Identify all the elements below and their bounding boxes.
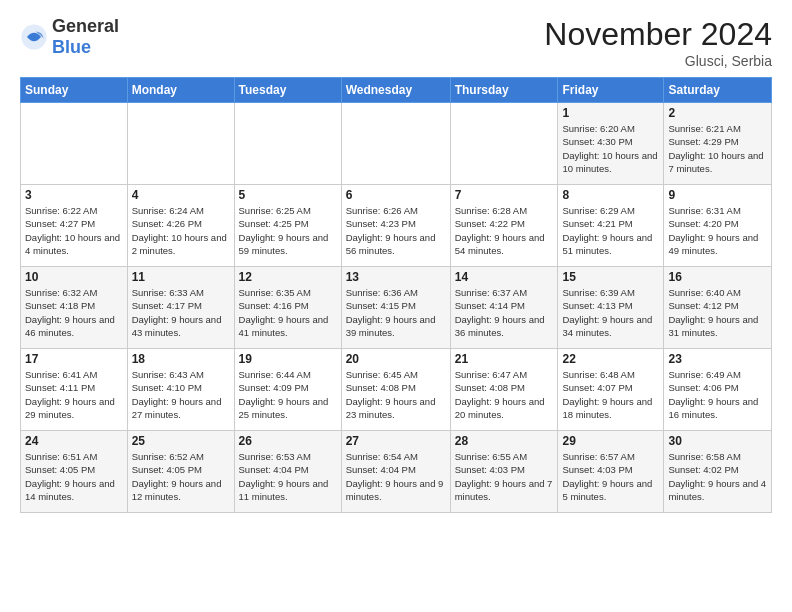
day-number: 19: [239, 352, 337, 366]
day-info: Sunrise: 6:41 AM Sunset: 4:11 PM Dayligh…: [25, 368, 123, 421]
day-info: Sunrise: 6:20 AM Sunset: 4:30 PM Dayligh…: [562, 122, 659, 175]
day-number: 9: [668, 188, 767, 202]
day-number: 28: [455, 434, 554, 448]
col-header-thursday: Thursday: [450, 78, 558, 103]
day-number: 11: [132, 270, 230, 284]
logo-icon: [20, 23, 48, 51]
day-info: Sunrise: 6:32 AM Sunset: 4:18 PM Dayligh…: [25, 286, 123, 339]
day-info: Sunrise: 6:35 AM Sunset: 4:16 PM Dayligh…: [239, 286, 337, 339]
calendar-cell: 3Sunrise: 6:22 AM Sunset: 4:27 PM Daylig…: [21, 185, 128, 267]
day-number: 23: [668, 352, 767, 366]
day-info: Sunrise: 6:28 AM Sunset: 4:22 PM Dayligh…: [455, 204, 554, 257]
calendar-cell: 17Sunrise: 6:41 AM Sunset: 4:11 PM Dayli…: [21, 349, 128, 431]
day-info: Sunrise: 6:44 AM Sunset: 4:09 PM Dayligh…: [239, 368, 337, 421]
day-number: 17: [25, 352, 123, 366]
calendar-cell: 22Sunrise: 6:48 AM Sunset: 4:07 PM Dayli…: [558, 349, 664, 431]
calendar-cell: 26Sunrise: 6:53 AM Sunset: 4:04 PM Dayli…: [234, 431, 341, 513]
calendar-cell: [21, 103, 128, 185]
calendar-week-3: 17Sunrise: 6:41 AM Sunset: 4:11 PM Dayli…: [21, 349, 772, 431]
day-info: Sunrise: 6:25 AM Sunset: 4:25 PM Dayligh…: [239, 204, 337, 257]
day-info: Sunrise: 6:37 AM Sunset: 4:14 PM Dayligh…: [455, 286, 554, 339]
col-header-tuesday: Tuesday: [234, 78, 341, 103]
day-info: Sunrise: 6:43 AM Sunset: 4:10 PM Dayligh…: [132, 368, 230, 421]
calendar-week-4: 24Sunrise: 6:51 AM Sunset: 4:05 PM Dayli…: [21, 431, 772, 513]
day-info: Sunrise: 6:31 AM Sunset: 4:20 PM Dayligh…: [668, 204, 767, 257]
day-number: 26: [239, 434, 337, 448]
day-info: Sunrise: 6:55 AM Sunset: 4:03 PM Dayligh…: [455, 450, 554, 503]
col-header-saturday: Saturday: [664, 78, 772, 103]
calendar-cell: 30Sunrise: 6:58 AM Sunset: 4:02 PM Dayli…: [664, 431, 772, 513]
calendar-cell: 4Sunrise: 6:24 AM Sunset: 4:26 PM Daylig…: [127, 185, 234, 267]
col-header-sunday: Sunday: [21, 78, 128, 103]
day-info: Sunrise: 6:29 AM Sunset: 4:21 PM Dayligh…: [562, 204, 659, 257]
calendar-cell: 23Sunrise: 6:49 AM Sunset: 4:06 PM Dayli…: [664, 349, 772, 431]
day-number: 4: [132, 188, 230, 202]
day-info: Sunrise: 6:22 AM Sunset: 4:27 PM Dayligh…: [25, 204, 123, 257]
logo-blue: Blue: [52, 37, 91, 57]
day-info: Sunrise: 6:48 AM Sunset: 4:07 PM Dayligh…: [562, 368, 659, 421]
calendar-cell: 20Sunrise: 6:45 AM Sunset: 4:08 PM Dayli…: [341, 349, 450, 431]
day-number: 22: [562, 352, 659, 366]
calendar-week-2: 10Sunrise: 6:32 AM Sunset: 4:18 PM Dayli…: [21, 267, 772, 349]
day-info: Sunrise: 6:52 AM Sunset: 4:05 PM Dayligh…: [132, 450, 230, 503]
calendar-cell: [234, 103, 341, 185]
col-header-friday: Friday: [558, 78, 664, 103]
calendar-cell: 25Sunrise: 6:52 AM Sunset: 4:05 PM Dayli…: [127, 431, 234, 513]
day-number: 27: [346, 434, 446, 448]
day-info: Sunrise: 6:57 AM Sunset: 4:03 PM Dayligh…: [562, 450, 659, 503]
calendar-cell: 28Sunrise: 6:55 AM Sunset: 4:03 PM Dayli…: [450, 431, 558, 513]
calendar-cell: 8Sunrise: 6:29 AM Sunset: 4:21 PM Daylig…: [558, 185, 664, 267]
day-info: Sunrise: 6:47 AM Sunset: 4:08 PM Dayligh…: [455, 368, 554, 421]
calendar: SundayMondayTuesdayWednesdayThursdayFrid…: [20, 77, 772, 513]
day-number: 24: [25, 434, 123, 448]
calendar-cell: 18Sunrise: 6:43 AM Sunset: 4:10 PM Dayli…: [127, 349, 234, 431]
calendar-week-0: 1Sunrise: 6:20 AM Sunset: 4:30 PM Daylig…: [21, 103, 772, 185]
day-number: 25: [132, 434, 230, 448]
day-number: 6: [346, 188, 446, 202]
calendar-cell: [127, 103, 234, 185]
calendar-cell: 7Sunrise: 6:28 AM Sunset: 4:22 PM Daylig…: [450, 185, 558, 267]
day-number: 7: [455, 188, 554, 202]
day-info: Sunrise: 6:58 AM Sunset: 4:02 PM Dayligh…: [668, 450, 767, 503]
day-number: 20: [346, 352, 446, 366]
calendar-cell: 10Sunrise: 6:32 AM Sunset: 4:18 PM Dayli…: [21, 267, 128, 349]
calendar-cell: 15Sunrise: 6:39 AM Sunset: 4:13 PM Dayli…: [558, 267, 664, 349]
col-header-monday: Monday: [127, 78, 234, 103]
page: General Blue November 2024 Glusci, Serbi…: [0, 0, 792, 612]
day-info: Sunrise: 6:33 AM Sunset: 4:17 PM Dayligh…: [132, 286, 230, 339]
day-info: Sunrise: 6:49 AM Sunset: 4:06 PM Dayligh…: [668, 368, 767, 421]
calendar-cell: 14Sunrise: 6:37 AM Sunset: 4:14 PM Dayli…: [450, 267, 558, 349]
day-number: 30: [668, 434, 767, 448]
day-info: Sunrise: 6:21 AM Sunset: 4:29 PM Dayligh…: [668, 122, 767, 175]
calendar-cell: [341, 103, 450, 185]
col-header-wednesday: Wednesday: [341, 78, 450, 103]
day-number: 2: [668, 106, 767, 120]
calendar-cell: 27Sunrise: 6:54 AM Sunset: 4:04 PM Dayli…: [341, 431, 450, 513]
calendar-cell: 5Sunrise: 6:25 AM Sunset: 4:25 PM Daylig…: [234, 185, 341, 267]
title-block: November 2024 Glusci, Serbia: [544, 16, 772, 69]
calendar-cell: 29Sunrise: 6:57 AM Sunset: 4:03 PM Dayli…: [558, 431, 664, 513]
calendar-cell: 16Sunrise: 6:40 AM Sunset: 4:12 PM Dayli…: [664, 267, 772, 349]
day-number: 8: [562, 188, 659, 202]
calendar-header-row: SundayMondayTuesdayWednesdayThursdayFrid…: [21, 78, 772, 103]
calendar-cell: [450, 103, 558, 185]
calendar-cell: 13Sunrise: 6:36 AM Sunset: 4:15 PM Dayli…: [341, 267, 450, 349]
calendar-cell: 21Sunrise: 6:47 AM Sunset: 4:08 PM Dayli…: [450, 349, 558, 431]
day-number: 5: [239, 188, 337, 202]
logo: General Blue: [20, 16, 119, 58]
day-info: Sunrise: 6:24 AM Sunset: 4:26 PM Dayligh…: [132, 204, 230, 257]
logo-general: General: [52, 16, 119, 36]
day-number: 29: [562, 434, 659, 448]
day-number: 14: [455, 270, 554, 284]
day-number: 18: [132, 352, 230, 366]
day-number: 21: [455, 352, 554, 366]
calendar-cell: 1Sunrise: 6:20 AM Sunset: 4:30 PM Daylig…: [558, 103, 664, 185]
day-info: Sunrise: 6:36 AM Sunset: 4:15 PM Dayligh…: [346, 286, 446, 339]
calendar-cell: 24Sunrise: 6:51 AM Sunset: 4:05 PM Dayli…: [21, 431, 128, 513]
day-info: Sunrise: 6:40 AM Sunset: 4:12 PM Dayligh…: [668, 286, 767, 339]
calendar-cell: 9Sunrise: 6:31 AM Sunset: 4:20 PM Daylig…: [664, 185, 772, 267]
day-number: 15: [562, 270, 659, 284]
day-number: 13: [346, 270, 446, 284]
day-number: 1: [562, 106, 659, 120]
calendar-cell: 2Sunrise: 6:21 AM Sunset: 4:29 PM Daylig…: [664, 103, 772, 185]
